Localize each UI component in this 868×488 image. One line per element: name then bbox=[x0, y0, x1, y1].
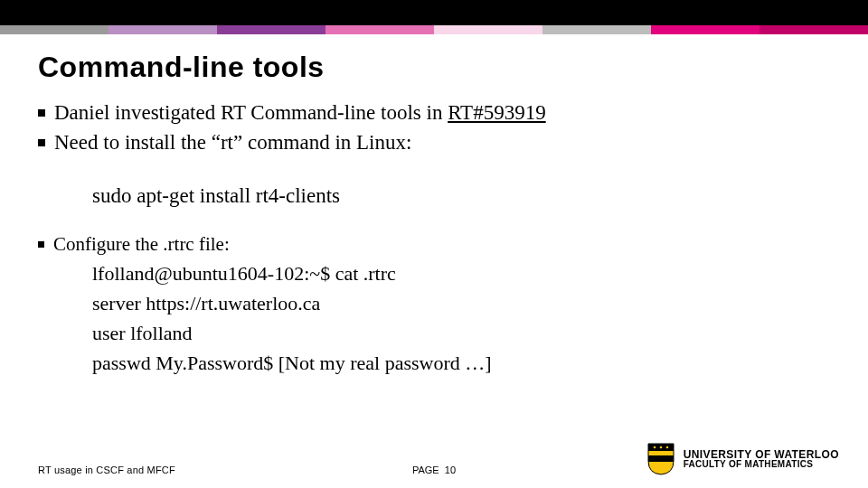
slide: Command-line tools Daniel investigated R… bbox=[0, 0, 868, 488]
content-block: Daniel investigated RT Command-line tool… bbox=[0, 100, 868, 378]
code-line: server https://rt.uwaterloo.ca bbox=[92, 288, 868, 318]
stripe bbox=[0, 25, 108, 34]
stripe bbox=[108, 25, 217, 34]
stripe bbox=[651, 25, 760, 34]
bullet-item: Daniel investigated RT Command-line tool… bbox=[38, 100, 868, 127]
bullet-item: Need to install the “rt” command in Linu… bbox=[38, 130, 868, 156]
stripe bbox=[434, 25, 542, 34]
slide-title: Command-line tools bbox=[0, 34, 868, 100]
uw-wordmark: UNIVERSITY OF WATERLOO FACULTY OF MATHEM… bbox=[684, 449, 839, 469]
text: Daniel investigated RT Command-line tool… bbox=[54, 101, 448, 124]
svg-rect-1 bbox=[648, 455, 674, 462]
bullet-text: Configure the .rtrc file: bbox=[53, 232, 230, 256]
page-number: 10 bbox=[445, 465, 456, 475]
stripe bbox=[542, 25, 651, 34]
footer-left-text: RT usage in CSCF and MFCF bbox=[38, 465, 175, 475]
code-line: user lfolland bbox=[92, 318, 868, 348]
stripe bbox=[326, 25, 434, 34]
bullet-text: Need to install the “rt” command in Linu… bbox=[54, 130, 411, 156]
footer: RT usage in CSCF and MFCF PAGE 10 UNIVER… bbox=[0, 437, 868, 488]
svg-point-3 bbox=[659, 446, 662, 449]
sub-block: Configure the .rtrc file: lfolland@ubunt… bbox=[38, 232, 868, 377]
code-line: passwd My.Password$ [Not my real passwor… bbox=[92, 348, 868, 378]
uw-crest-icon bbox=[647, 443, 675, 475]
bullet-item: Configure the .rtrc file: bbox=[38, 232, 868, 256]
top-color-stripes bbox=[0, 25, 868, 34]
bullet-icon bbox=[38, 109, 45, 117]
bullet-icon bbox=[38, 139, 45, 146]
top-black-bar bbox=[0, 0, 868, 25]
svg-point-4 bbox=[665, 446, 668, 449]
stripe bbox=[217, 25, 326, 34]
footer-page: PAGE 10 bbox=[412, 465, 456, 475]
command-line: sudo apt-get install rt4-clients bbox=[92, 183, 868, 210]
page-label: PAGE bbox=[412, 465, 439, 475]
svg-point-2 bbox=[653, 446, 656, 449]
bullet-text: Daniel investigated RT Command-line tool… bbox=[54, 100, 546, 127]
rt-link[interactable]: RT#593919 bbox=[448, 101, 546, 124]
footer-right: UNIVERSITY OF WATERLOO FACULTY OF MATHEM… bbox=[647, 443, 839, 475]
code-line: lfolland@ubuntu1604-102:~$ cat .rtrc bbox=[92, 258, 868, 288]
uw-line-2: FACULTY OF MATHEMATICS bbox=[684, 460, 839, 469]
stripe bbox=[760, 25, 868, 34]
bullet-icon bbox=[38, 241, 44, 248]
